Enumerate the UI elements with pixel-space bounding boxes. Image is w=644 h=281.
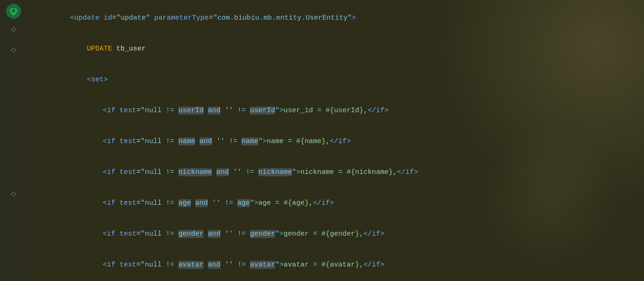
fold-1[interactable] (10, 24, 17, 35)
code-line-6: <if test="null != nickname and '' != nic… (27, 157, 644, 188)
code-line-7: <if test="null != age and '' != age">age… (27, 188, 644, 219)
left-gutter (0, 0, 27, 281)
code-line-9: <if test="null != avatar and '' != avata… (27, 250, 644, 281)
fold-indicators (10, 24, 17, 199)
code-area[interactable]: <update id="update" parameterType="com.b… (27, 0, 644, 281)
fold-17[interactable] (10, 189, 17, 199)
code-line-8: <if test="null != gender and '' != gende… (27, 219, 644, 250)
code-line-2: UPDATE tb_user (27, 34, 644, 65)
svg-point-1 (12, 9, 15, 13)
editor-container: <update id="update" parameterType="com.b… (0, 0, 644, 281)
tag-update-open: <update (70, 14, 104, 22)
fold-3[interactable] (10, 45, 17, 55)
code-line-4: <if test="null != userId and '' != userI… (27, 95, 644, 126)
logo (5, 3, 22, 20)
code-line-1: <update id="update" parameterType="com.b… (27, 3, 644, 34)
code-line-5: <if test="null != name and '' != name">n… (27, 126, 644, 157)
code-line-3: <set> (27, 65, 644, 95)
